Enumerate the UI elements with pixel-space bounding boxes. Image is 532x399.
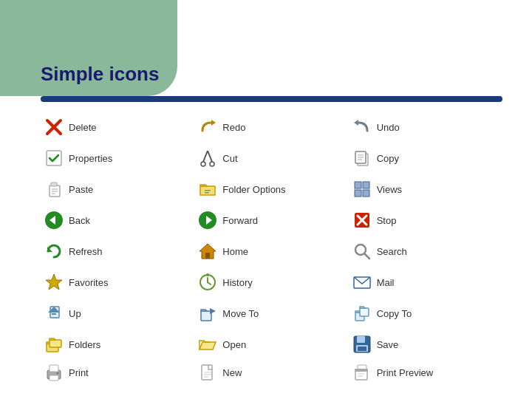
cut-icon bbox=[197, 148, 218, 168]
svg-rect-20 bbox=[205, 192, 209, 194]
svg-rect-49 bbox=[360, 308, 369, 316]
move-to-icon bbox=[197, 303, 218, 324]
redo-label: Redo bbox=[222, 122, 245, 133]
svg-rect-57 bbox=[50, 365, 58, 372]
svg-line-36 bbox=[364, 253, 369, 259]
icon-item-home: Home bbox=[194, 236, 348, 266]
svg-point-7 bbox=[201, 162, 205, 166]
icon-item-properties: Properties bbox=[41, 143, 194, 173]
svg-rect-21 bbox=[355, 182, 361, 188]
icon-item-back: Back bbox=[41, 205, 194, 235]
back-label: Back bbox=[69, 215, 90, 226]
stop-label: Stop bbox=[377, 215, 397, 226]
refresh-icon bbox=[44, 241, 64, 262]
icon-item-folders: Folders bbox=[41, 330, 194, 359]
home-label: Home bbox=[222, 246, 248, 257]
svg-marker-3 bbox=[354, 120, 358, 126]
page-title: Simple icons bbox=[41, 63, 159, 86]
svg-rect-15 bbox=[51, 183, 57, 186]
icon-item-views: Views bbox=[349, 174, 502, 204]
stop-icon bbox=[352, 210, 372, 231]
icon-item-new: New bbox=[194, 361, 348, 384]
print-preview-icon bbox=[352, 362, 372, 383]
copy-label: Copy bbox=[377, 153, 399, 164]
redo-icon bbox=[197, 117, 218, 137]
svg-rect-24 bbox=[363, 190, 369, 197]
icon-item-folder-options: Folder Options bbox=[194, 174, 348, 204]
icon-item-refresh: Refresh bbox=[41, 236, 194, 266]
svg-rect-46 bbox=[201, 311, 211, 321]
icons-grid: Delete Redo Undo Properties bbox=[41, 112, 502, 384]
icon-item-copy-to: Copy To bbox=[349, 299, 502, 328]
icon-item-open: Open bbox=[194, 330, 348, 359]
up-label: Up bbox=[69, 308, 81, 319]
folders-label: Folders bbox=[69, 339, 100, 350]
delete-label: Delete bbox=[69, 122, 97, 133]
folder-options-label: Folder Options bbox=[222, 184, 285, 195]
save-label: Save bbox=[377, 339, 399, 350]
favorites-icon bbox=[44, 272, 64, 293]
icon-item-stop: Stop bbox=[349, 205, 502, 235]
properties-label: Properties bbox=[69, 153, 112, 164]
svg-rect-34 bbox=[205, 253, 210, 259]
svg-line-40 bbox=[208, 282, 211, 284]
icon-item-print: Print bbox=[41, 361, 194, 384]
svg-rect-19 bbox=[205, 190, 211, 191]
svg-rect-51 bbox=[50, 340, 61, 347]
history-label: History bbox=[222, 277, 252, 288]
save-icon bbox=[352, 334, 372, 355]
svg-point-41 bbox=[206, 273, 209, 276]
icon-item-undo: Undo bbox=[349, 112, 502, 142]
forward-icon bbox=[197, 210, 218, 231]
new-icon bbox=[197, 362, 218, 383]
undo-icon bbox=[352, 117, 372, 137]
open-icon bbox=[197, 334, 218, 355]
folder-options-icon bbox=[197, 179, 218, 200]
svg-rect-45 bbox=[52, 313, 56, 315]
svg-marker-2 bbox=[211, 120, 216, 126]
mail-label: Mail bbox=[377, 277, 395, 288]
search-icon bbox=[352, 241, 372, 262]
history-icon bbox=[197, 272, 218, 293]
print-icon bbox=[44, 362, 64, 383]
svg-rect-55 bbox=[358, 347, 366, 351]
paste-icon bbox=[44, 179, 64, 200]
svg-marker-37 bbox=[46, 274, 62, 290]
icon-item-search: Search bbox=[349, 236, 502, 266]
copy-icon bbox=[352, 148, 372, 168]
new-label: New bbox=[222, 367, 242, 378]
icon-item-print-preview: Print Preview bbox=[349, 361, 502, 384]
search-label: Search bbox=[377, 246, 407, 257]
svg-line-5 bbox=[203, 151, 208, 162]
icon-item-save: Save bbox=[349, 330, 502, 359]
home-icon bbox=[197, 241, 218, 262]
icon-item-forward: Forward bbox=[194, 205, 348, 235]
svg-rect-22 bbox=[363, 182, 369, 188]
forward-label: Forward bbox=[222, 215, 258, 226]
paste-label: Paste bbox=[69, 184, 93, 195]
delete-icon bbox=[44, 117, 64, 137]
svg-point-8 bbox=[210, 162, 214, 166]
move-to-label: Move To bbox=[222, 308, 259, 319]
icon-item-delete: Delete bbox=[41, 112, 194, 142]
refresh-label: Refresh bbox=[69, 246, 103, 257]
properties-icon bbox=[44, 148, 64, 168]
print-label: Print bbox=[69, 367, 89, 378]
icon-item-history: History bbox=[194, 267, 348, 297]
svg-rect-68 bbox=[355, 369, 368, 372]
icon-item-favorites: Favorites bbox=[41, 267, 194, 297]
icon-item-paste: Paste bbox=[41, 174, 194, 204]
icon-item-redo: Redo bbox=[194, 112, 348, 142]
copy-to-label: Copy To bbox=[377, 308, 412, 319]
cut-label: Cut bbox=[222, 153, 237, 164]
copy-to-icon bbox=[352, 303, 372, 324]
mail-icon bbox=[352, 272, 372, 293]
svg-marker-47 bbox=[210, 308, 216, 314]
svg-line-6 bbox=[208, 151, 212, 162]
svg-rect-58 bbox=[50, 375, 58, 381]
icon-item-mail: Mail bbox=[349, 267, 502, 297]
icon-item-move-to: Move To bbox=[194, 299, 348, 328]
svg-rect-23 bbox=[355, 190, 361, 197]
back-icon bbox=[44, 210, 64, 231]
views-icon bbox=[352, 179, 372, 200]
